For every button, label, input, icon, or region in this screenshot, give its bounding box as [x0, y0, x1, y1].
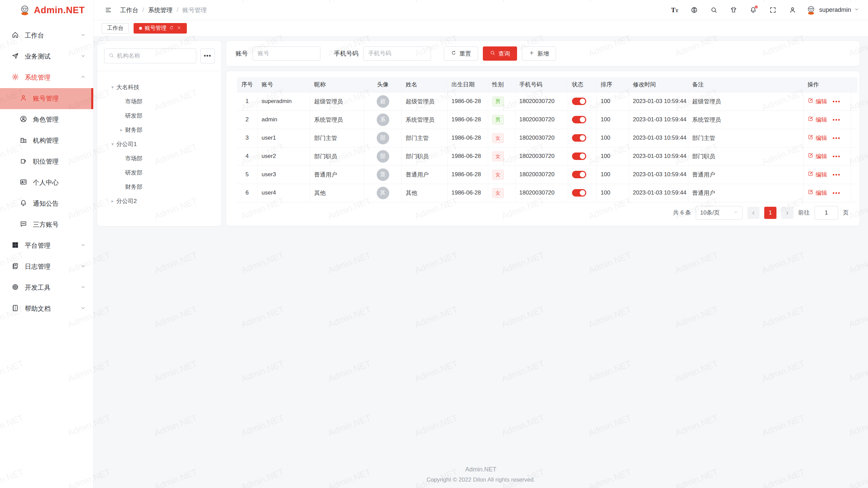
sidebar-item-user[interactable]: 账号管理	[0, 88, 93, 109]
cell-account: user1	[257, 129, 310, 147]
sidebar-item-position[interactable]: 职位管理	[0, 151, 93, 172]
add-button[interactable]: 新增	[522, 46, 556, 61]
cell-index: 5	[237, 165, 257, 184]
sidebar-item-grid[interactable]: 平台管理	[0, 235, 93, 256]
cell-status	[568, 165, 596, 184]
breadcrumb-separator: /	[142, 6, 144, 14]
cell-nickname: 普通用户	[310, 165, 364, 184]
cell-gender: 男	[488, 92, 515, 110]
tab-账号管理[interactable]: 账号管理	[134, 23, 187, 34]
cell-avatar: 其	[364, 184, 401, 202]
tree-caret-icon[interactable]: ▾	[109, 84, 116, 90]
language-icon[interactable]	[689, 4, 700, 16]
more-actions-button[interactable]: •••	[833, 171, 841, 178]
search-icon[interactable]	[708, 4, 720, 16]
tree-node-研发部[interactable]: 研发部	[104, 108, 215, 123]
tree-caret-icon[interactable]: ▸	[109, 198, 116, 204]
cell-modified: 2023-01-03 10:59:44	[629, 129, 688, 147]
prev-page-button[interactable]: ‹	[747, 207, 760, 219]
tree-node-分公司1[interactable]: ▾分公司1	[104, 137, 215, 151]
edit-button[interactable]: 编辑	[808, 189, 827, 197]
table-row: 3user1部门主管部部门主管1986-06-28女18020030720100…	[237, 129, 857, 147]
watermark-text: Admin.NET	[847, 412, 868, 439]
sidebar-item-chat[interactable]: 三方账号	[0, 214, 93, 235]
user-icon	[20, 94, 27, 103]
sidebar-item-send[interactable]: 业务测试	[0, 46, 93, 67]
more-actions-button[interactable]: •••	[833, 135, 841, 141]
more-actions-button[interactable]: •••	[833, 98, 841, 105]
more-actions-button[interactable]: •••	[833, 117, 841, 123]
sidebar-item-gear[interactable]: 系统管理	[0, 67, 93, 88]
org-icon	[20, 136, 27, 145]
fullscreen-icon[interactable]	[767, 4, 779, 16]
breadcrumb-item-workbench[interactable]: 工作台	[120, 6, 138, 14]
notification-icon[interactable]	[748, 4, 759, 16]
refresh-icon[interactable]	[169, 25, 174, 32]
breadcrumb-item-system[interactable]: 系统管理	[148, 6, 173, 14]
sidebar-item-chip[interactable]: 开发工具	[0, 277, 93, 298]
tree-caret-icon[interactable]: ▸	[118, 127, 125, 133]
tree-more-button[interactable]: •••	[200, 48, 215, 63]
reset-button[interactable]: 重置	[444, 46, 478, 61]
status-toggle[interactable]	[572, 134, 586, 142]
user-menu[interactable]: superadmin	[806, 5, 859, 15]
sidebar-item-role[interactable]: 角色管理	[0, 109, 93, 130]
close-icon[interactable]	[177, 25, 181, 32]
watermark-text: Admin.NET	[240, 412, 285, 439]
edit-button[interactable]: 编辑	[808, 152, 827, 160]
sidebar-item-profile[interactable]: 个人中心	[0, 172, 93, 193]
phone-input[interactable]	[363, 46, 431, 61]
watermark-text: Admin.NET	[153, 250, 199, 276]
page-size-select[interactable]: 10条/页	[696, 206, 743, 220]
tab-工作台[interactable]: 工作台	[102, 23, 129, 34]
tree-node-财务部[interactable]: 财务部	[104, 180, 215, 194]
cell-operations: 编辑•••	[803, 165, 851, 184]
edit-button[interactable]: 编辑	[808, 116, 827, 124]
cell-remark: 部门主管	[688, 129, 803, 147]
theme-icon[interactable]	[728, 4, 739, 16]
search-button[interactable]: 查询	[483, 46, 517, 61]
sidebar-item-log[interactable]: 日志管理	[0, 256, 93, 277]
cell-index: 4	[237, 147, 257, 165]
app-logo[interactable]: Admin.NET	[0, 0, 93, 20]
sidebar-item-book[interactable]: 帮助文档	[0, 298, 93, 319]
goto-page-input[interactable]	[814, 206, 838, 220]
profile-icon[interactable]	[787, 4, 798, 16]
sidebar-item-home[interactable]: 工作台	[0, 25, 93, 46]
status-toggle[interactable]	[572, 189, 586, 197]
status-toggle[interactable]	[572, 152, 586, 160]
more-actions-button[interactable]: •••	[833, 190, 841, 196]
sidebar-item-bell[interactable]: 通知公告	[0, 193, 93, 214]
org-search-input[interactable]	[117, 53, 192, 59]
tree-node-研发部[interactable]: 研发部	[104, 165, 215, 180]
column-header: 姓名	[401, 77, 447, 92]
page-1-button[interactable]: 1	[764, 207, 776, 219]
gender-badge: 女	[492, 133, 504, 143]
tree-node-财务部[interactable]: ▸财务部	[104, 123, 215, 137]
more-actions-button[interactable]: •••	[833, 153, 841, 160]
tree-caret-icon[interactable]: ▾	[109, 141, 116, 147]
account-input[interactable]	[253, 46, 320, 61]
watermark-text: Admin.NET	[413, 304, 459, 330]
tree-node-大名科技[interactable]: ▾大名科技	[104, 80, 215, 94]
gear-icon	[12, 73, 19, 82]
cell-birth: 1986-06-28	[447, 165, 488, 184]
font-size-icon[interactable]: TT	[669, 4, 680, 16]
collapse-menu-icon[interactable]	[102, 4, 114, 16]
edit-button[interactable]: 编辑	[808, 134, 827, 142]
org-search-field[interactable]	[104, 48, 196, 63]
status-toggle[interactable]	[572, 171, 586, 178]
watermark-text: Admin.NET	[674, 358, 719, 384]
watermark-text: Admin.NET	[674, 304, 719, 330]
cell-sort: 100	[596, 165, 629, 184]
status-toggle[interactable]	[572, 98, 586, 105]
edit-button[interactable]: 编辑	[808, 98, 827, 105]
status-toggle[interactable]	[572, 116, 586, 123]
cell-operations: 编辑•••	[803, 129, 851, 147]
tree-node-市场部[interactable]: 市场部	[104, 94, 215, 108]
sidebar-item-org[interactable]: 机构管理	[0, 130, 93, 151]
next-page-button[interactable]: ›	[781, 207, 793, 219]
tree-node-分公司2[interactable]: ▸分公司2	[104, 194, 215, 208]
tree-node-市场部[interactable]: 市场部	[104, 151, 215, 165]
edit-button[interactable]: 编辑	[808, 171, 827, 179]
